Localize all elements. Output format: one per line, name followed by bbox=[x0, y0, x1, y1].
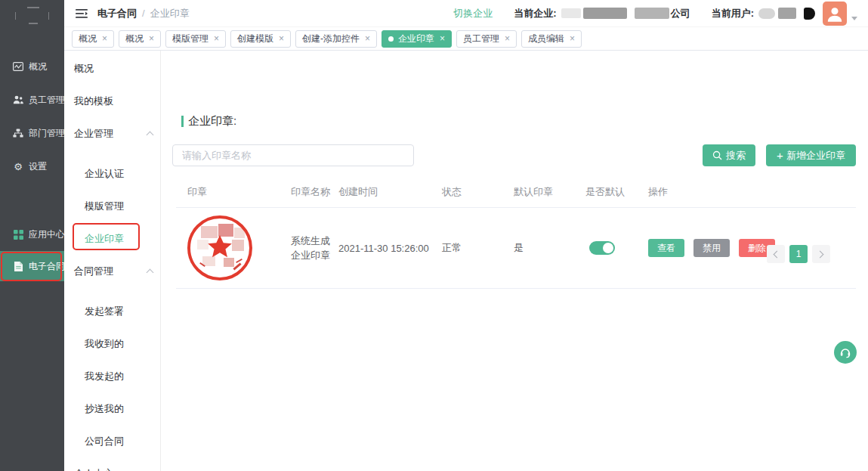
tab-overview[interactable]: 概况× bbox=[72, 30, 114, 48]
subnav-item-received[interactable]: 我收到的 bbox=[64, 327, 160, 360]
chevron-right-icon bbox=[817, 250, 824, 258]
user-menu-caret-icon[interactable] bbox=[851, 17, 857, 20]
add-company-seal-button[interactable]: + 新增企业印章 bbox=[766, 144, 856, 166]
help-fab-button[interactable] bbox=[834, 341, 857, 364]
plus-icon: + bbox=[777, 150, 783, 161]
subnav-item-cc-me[interactable]: 抄送我的 bbox=[64, 392, 160, 425]
prev-page-button[interactable] bbox=[767, 245, 785, 263]
sidebar-item-overview[interactable]: 概况 bbox=[0, 50, 64, 83]
toolbar: 搜索 + 新增企业印章 bbox=[172, 144, 856, 166]
pagination: 1 bbox=[767, 245, 830, 263]
headset-icon bbox=[839, 346, 852, 359]
current-user-label: 当前用户: bbox=[712, 7, 754, 20]
redacted-company-name bbox=[583, 8, 627, 19]
disable-button[interactable]: 禁用 bbox=[693, 239, 730, 257]
col-header: 创建时间 bbox=[338, 185, 442, 199]
redacted-user-name bbox=[778, 8, 796, 19]
redacted-company-name bbox=[635, 8, 669, 19]
seal-name-search-input[interactable] bbox=[172, 144, 414, 166]
active-tab-dot bbox=[388, 36, 394, 42]
tab-overview-2[interactable]: 概况× bbox=[119, 30, 161, 48]
chevron-left-icon bbox=[774, 250, 781, 258]
col-header: 印章名称 bbox=[291, 185, 338, 199]
user-avatar-icon[interactable] bbox=[823, 2, 847, 26]
subnav-item-overview[interactable]: 概况 bbox=[64, 52, 160, 85]
tab-template-management[interactable]: 模版管理× bbox=[165, 30, 226, 48]
status-text: 正常 bbox=[442, 241, 514, 255]
sidebar-item-department-management[interactable]: 部门管理 bbox=[0, 116, 64, 150]
subnav-group-personal-center[interactable]: 个人中心 bbox=[64, 457, 160, 471]
subnav-item-company-contracts[interactable]: 公司合同 bbox=[64, 425, 160, 457]
sidebar-item-label: 电子合同 bbox=[29, 260, 65, 273]
sidebar-item-employee-management[interactable]: 员工管理 bbox=[0, 83, 64, 116]
view-button[interactable]: 查看 bbox=[648, 239, 684, 257]
collapse-menu-icon[interactable] bbox=[72, 6, 91, 21]
seal-table: 印章 印章名称 创建时间 状态 默认印章 是否默认 操作 bbox=[176, 177, 856, 289]
next-page-button[interactable] bbox=[812, 245, 830, 263]
breadcrumb-separator: / bbox=[142, 8, 145, 19]
chevron-up-icon bbox=[147, 131, 154, 138]
col-header: 印章 bbox=[187, 185, 291, 199]
departments-icon bbox=[13, 128, 23, 138]
tab-member-edit[interactable]: 成员编辑× bbox=[521, 30, 582, 48]
breadcrumb-root[interactable]: 电子合同 bbox=[97, 7, 137, 20]
col-header: 状态 bbox=[442, 185, 514, 199]
sidebar-item-label: 员工管理 bbox=[29, 94, 65, 107]
tab-create-add-controls[interactable]: 创建-添加控件× bbox=[295, 30, 377, 48]
created-time: 2021-11-30 15:26:00 bbox=[338, 243, 442, 254]
close-icon[interactable]: × bbox=[279, 34, 284, 43]
employees-icon bbox=[13, 95, 23, 105]
col-header: 是否默认 bbox=[585, 185, 648, 199]
app-root: 概况 员工管理 部门管理 ⚙ 设置 bbox=[0, 0, 868, 471]
company-name-suffix: 公司 bbox=[671, 7, 690, 20]
subnav-item-initiate-sign[interactable]: 发起签署 bbox=[64, 295, 160, 327]
seal-name: 系统生成 企业印章 bbox=[291, 234, 338, 262]
app-sidebar: 概况 员工管理 部门管理 ⚙ 设置 bbox=[0, 0, 64, 471]
subnav-item-template-management[interactable]: 模版管理 bbox=[64, 190, 160, 222]
default-toggle[interactable] bbox=[589, 241, 615, 255]
sidebar-spacer bbox=[0, 183, 64, 218]
subnav-group-company-management[interactable]: 企业管理 bbox=[64, 117, 160, 150]
subnav-item-my-templates[interactable]: 我的模板 bbox=[64, 85, 160, 117]
tab-employee-management[interactable]: 员工管理× bbox=[456, 30, 517, 48]
close-icon[interactable]: × bbox=[505, 34, 510, 43]
sidebar-item-app-center[interactable]: 应用中心 bbox=[0, 218, 64, 251]
main-content: 企业印章: 搜索 + 新增企业印章 印章 印章名称 创建时间 状态 默认印章 bbox=[161, 51, 868, 471]
col-header: 默认印章 bbox=[514, 185, 585, 199]
app-center-icon bbox=[13, 229, 23, 240]
redacted-user-name bbox=[758, 8, 775, 19]
subnav-group-contract-management[interactable]: 合同管理 bbox=[64, 255, 160, 287]
table-header: 印章 印章名称 创建时间 状态 默认印章 是否默认 操作 bbox=[176, 177, 856, 208]
title-accent-bar bbox=[181, 116, 184, 127]
sidebar-item-label: 应用中心 bbox=[29, 228, 65, 241]
subnav-item-company-auth[interactable]: 企业认证 bbox=[64, 157, 160, 190]
logo-redacted bbox=[0, 0, 64, 26]
tab-create-template[interactable]: 创建模版× bbox=[230, 30, 291, 48]
redacted-user-name bbox=[804, 8, 815, 20]
close-icon[interactable]: × bbox=[149, 34, 154, 43]
tab-bar: 概况× 概况× 模版管理× 创建模版× 创建-添加控件× 企业印章× 员工管理×… bbox=[64, 27, 868, 51]
close-icon[interactable]: × bbox=[214, 34, 219, 43]
contract-icon bbox=[13, 261, 23, 271]
current-page-button[interactable]: 1 bbox=[789, 245, 808, 263]
chevron-up-icon bbox=[147, 268, 154, 276]
col-header: 操作 bbox=[648, 185, 856, 199]
tab-company-seal[interactable]: 企业印章× bbox=[381, 30, 452, 48]
close-icon[interactable]: × bbox=[570, 34, 575, 43]
subnav-item-initiated[interactable]: 我发起的 bbox=[64, 360, 160, 392]
redacted-company-name bbox=[561, 8, 581, 18]
search-button[interactable]: 搜索 bbox=[703, 144, 755, 166]
line-chart-icon bbox=[13, 61, 23, 72]
sidebar-item-settings[interactable]: ⚙ 设置 bbox=[0, 150, 64, 183]
close-icon[interactable]: × bbox=[365, 34, 370, 43]
subnav-item-company-seal[interactable]: 企业印章 bbox=[64, 222, 160, 255]
sidebar-item-label: 概况 bbox=[29, 60, 47, 73]
sub-sidebar: 概况 我的模板 企业管理 企业认证 模版管理 企业印章 合同管理 发起签署 我收… bbox=[64, 51, 161, 471]
close-icon[interactable]: × bbox=[102, 34, 107, 43]
switch-company-link[interactable]: 切换企业 bbox=[453, 7, 493, 20]
top-header: 电子合同 / 企业印章 切换企业 当前企业: 公司 当前用户: bbox=[64, 0, 868, 27]
breadcrumb-current: 企业印章 bbox=[150, 7, 190, 20]
sidebar-item-e-contract[interactable]: 电子合同 bbox=[0, 251, 64, 281]
close-icon[interactable]: × bbox=[440, 34, 445, 43]
sidebar-item-label: 部门管理 bbox=[29, 127, 65, 140]
